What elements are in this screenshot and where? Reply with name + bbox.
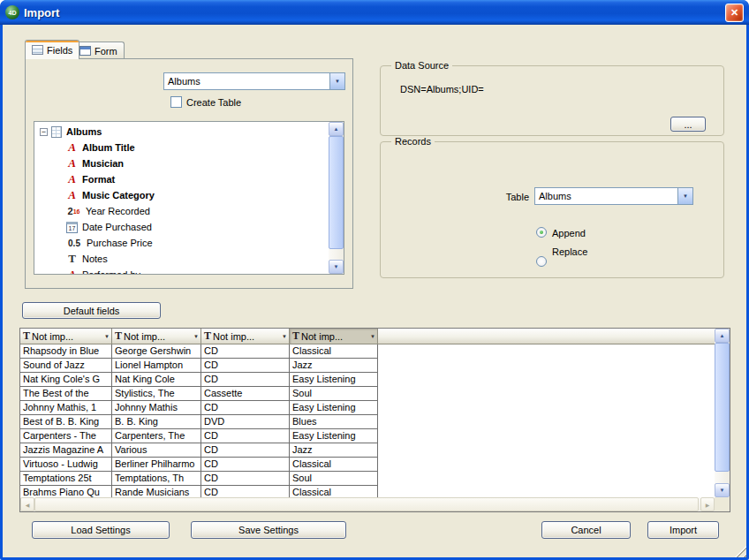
table-row[interactable]: Sound of JazzLionel HamptonCDJazz (20, 359, 715, 373)
scroll-right-button[interactable]: ▶ (700, 497, 715, 511)
grid-horizontal-scrollbar[interactable]: ◀ ▶ (20, 497, 715, 511)
tree-item-year-recorded[interactable]: 216 Year Recorded (34, 203, 329, 219)
cell: Soul (290, 472, 378, 486)
real-field-icon: 0.5 (66, 238, 82, 248)
save-settings-button[interactable]: Save Settings (191, 521, 346, 539)
column-header-4[interactable]: T Not imp... ▼ (290, 329, 378, 344)
table-row[interactable]: Brahms Piano QuRande MusiciansCDClassica… (20, 486, 715, 497)
alpha-field-icon: A (66, 140, 78, 155)
tree-item-performed-by[interactable]: A Performed by (34, 267, 329, 274)
scroll-up-button[interactable]: ▲ (329, 122, 344, 136)
table-row[interactable]: Jazzis Magazine AVariousCDJazz (20, 443, 715, 458)
tree-item-label: Date Purchased (82, 222, 152, 232)
combo-dropdown-icon[interactable]: ▼ (677, 188, 692, 204)
data-source-group: Data Source DSN=Albums;UID= ... (380, 65, 724, 136)
table-row[interactable]: The Best of theStylistics, TheCassetteSo… (20, 387, 715, 401)
tab-fields[interactable]: Fields (25, 40, 79, 59)
tree-scrollbar[interactable]: ▲ ▼ (329, 122, 344, 274)
column-header-2[interactable]: T Not imp... ▼ (112, 329, 201, 344)
tab-form[interactable]: Form (72, 42, 125, 59)
column-dropdown-icon[interactable]: ▼ (367, 334, 375, 339)
scroll-down-button[interactable]: ▼ (715, 483, 730, 497)
text-type-icon: T (204, 329, 211, 343)
form-tab-icon (79, 46, 91, 56)
cell: Johnny Mathis, 1 (20, 401, 112, 415)
load-settings-button[interactable]: Load Settings (32, 521, 170, 539)
replace-label: Replace (552, 246, 587, 257)
text-type-icon: T (115, 329, 122, 343)
cell: CD (201, 486, 290, 497)
scroll-down-button[interactable]: ▼ (329, 260, 344, 274)
cell: Sound of Jazz (20, 359, 112, 373)
tree-item-music-category[interactable]: A Music Category (34, 187, 329, 203)
cancel-button[interactable]: Cancel (541, 521, 631, 539)
tree-item-musician[interactable]: A Musician (34, 155, 329, 171)
tree-item-purchase-price[interactable]: 0.5 Purchase Price (34, 235, 329, 251)
browse-button[interactable]: ... (670, 117, 706, 132)
cell: Jazzis Magazine A (20, 443, 112, 458)
scroll-left-button[interactable]: ◀ (20, 497, 34, 511)
cell: The Best of the (20, 387, 112, 401)
text-field-icon: T (66, 252, 78, 266)
tree-item-notes[interactable]: T Notes (34, 251, 329, 267)
records-table-select[interactable]: Albums ▼ (534, 187, 693, 205)
table-row[interactable]: Nat King Cole's GNat King ColeCDEasy Lis… (20, 373, 715, 387)
cell: Blues (290, 415, 378, 429)
table-row[interactable]: Best of B. B. KingB. B. KingDVDBlues (20, 415, 715, 429)
replace-radio[interactable] (536, 256, 547, 267)
titlebar[interactable]: 4D Import ✕ (0, 0, 749, 25)
cell: Berliner Philharmo (112, 458, 201, 472)
table-row[interactable]: Carpenters - TheCarpenters, TheCDEasy Li… (20, 429, 715, 443)
cell: Temptations, Th (112, 472, 201, 486)
scrollbar-thumb[interactable] (715, 343, 730, 472)
tree-item-format[interactable]: A Format (34, 171, 329, 187)
alpha-field-icon: A (66, 172, 78, 186)
append-radio[interactable] (536, 227, 547, 238)
tree-item-label: Year Recorded (86, 206, 150, 216)
cell: Easy Listening (290, 429, 378, 443)
scrollbar-thumb[interactable] (329, 136, 344, 249)
create-table-checkbox[interactable] (170, 96, 182, 108)
tree-item-label: Musician (82, 158, 124, 169)
append-label: Append (552, 228, 586, 238)
combo-dropdown-icon[interactable]: ▼ (329, 73, 344, 89)
collapse-toggle-icon[interactable]: − (40, 128, 48, 136)
grid-vertical-scrollbar[interactable]: ▲ ▼ (715, 329, 730, 497)
tab-form-label: Form (95, 46, 117, 57)
cell: Brahms Piano Qu (20, 486, 112, 497)
import-preview-grid: T Not imp... ▼ T Not imp... ▼ T Not imp.… (19, 328, 730, 512)
column-header-3[interactable]: T Not imp... ▼ (201, 329, 290, 344)
integer-field-icon: 216 (66, 206, 81, 216)
column-header-label: Not imp... (301, 331, 343, 342)
tree-item-label: Format (82, 174, 115, 185)
table-row[interactable]: Rhapsody in BlueGeorge GershwinCDClassic… (20, 344, 715, 359)
tree-item-album-title[interactable]: A Album Title (34, 140, 329, 155)
table-row[interactable]: Temptations 25tTemptations, ThCDSoul (20, 472, 715, 486)
tree-item-date-purchased[interactable]: 17 Date Purchased (34, 219, 329, 235)
column-header-1[interactable]: T Not imp... ▼ (20, 329, 112, 344)
tree-root-albums[interactable]: − Albums (34, 124, 329, 140)
cell: Temptations 25t (20, 472, 112, 486)
scroll-up-button[interactable]: ▲ (715, 329, 730, 343)
cell: Nat King Cole's G (20, 373, 112, 387)
close-button[interactable]: ✕ (725, 4, 744, 22)
alpha-field-icon: A (66, 156, 78, 170)
cell: Jazz (290, 443, 378, 458)
tree-item-label: Purchase Price (87, 238, 153, 248)
app-icon[interactable]: 4D (5, 5, 19, 19)
column-dropdown-icon[interactable]: ▼ (102, 334, 110, 339)
column-dropdown-icon[interactable]: ▼ (279, 334, 287, 339)
cell: CD (201, 443, 290, 458)
cell: CD (201, 344, 290, 359)
table-icon (51, 126, 62, 138)
import-table-select[interactable]: Albums ▼ (163, 72, 345, 90)
column-header-label: Not imp... (213, 331, 254, 342)
table-row[interactable]: Johnny Mathis, 1Johnny MathisCDEasy List… (20, 401, 715, 415)
cell: Stylistics, The (112, 387, 201, 401)
cell: George Gershwin (112, 344, 201, 359)
column-dropdown-icon[interactable]: ▼ (191, 334, 199, 339)
import-button[interactable]: Import (647, 521, 719, 539)
scrollbar-thumb[interactable] (34, 497, 699, 511)
default-fields-button[interactable]: Default fields (22, 302, 161, 319)
table-row[interactable]: Virtuoso - LudwigBerliner PhilharmoCDCla… (20, 458, 715, 472)
